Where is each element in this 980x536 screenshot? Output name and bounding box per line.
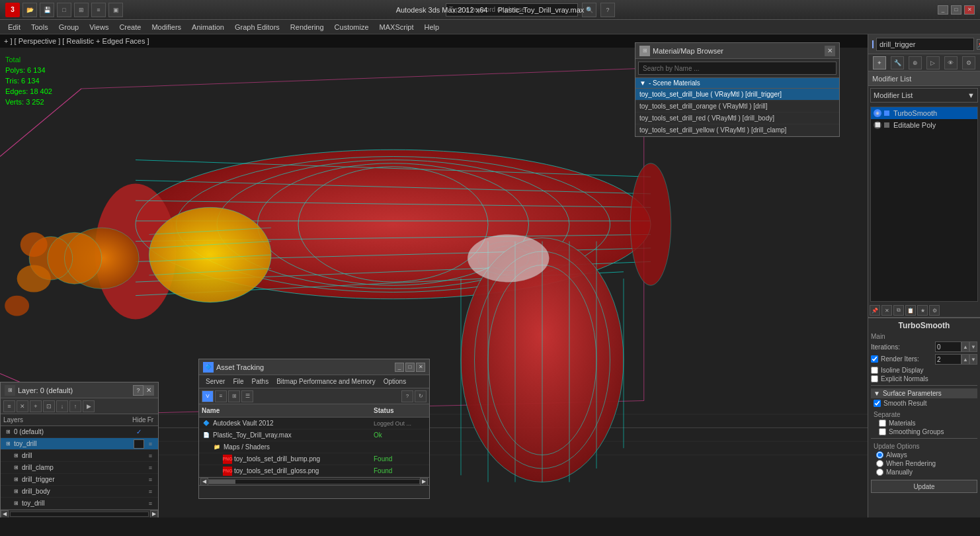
at-menu-server[interactable]: Server	[202, 377, 229, 386]
modifier-item-editablepoly[interactable]: ⬜ Editable Poly	[871, 119, 977, 131]
ts-surface-section[interactable]: ▼ Surface Parameters	[871, 388, 977, 398]
lp-tb-up[interactable]: ↑	[69, 400, 81, 412]
viewport[interactable]: + ] [ Perspective ] [ Realistic + Edged …	[0, 34, 868, 517]
lp-row-0[interactable]: ⊞ 0 (default) ✓	[1, 426, 158, 438]
material-search-input[interactable]	[638, 62, 837, 75]
mod-paste-btn[interactable]: 📋	[905, 305, 916, 316]
menu-graph-editors[interactable]: Graph Editors	[229, 20, 285, 34]
at-row-4[interactable]: PNG toy_tools_set_drill_gloss.png Found	[199, 465, 429, 477]
at-menu-bitmap[interactable]: Bitmap Performance and Memory	[272, 377, 380, 386]
ts-materials-check[interactable]	[879, 420, 886, 427]
rp-motion-btn[interactable]: ▷	[926, 56, 940, 69]
menu-edit[interactable]: Edit	[3, 20, 26, 34]
modifier-list-dropdown[interactable]: Modifier List ▼	[870, 88, 978, 103]
mod-make-unique-btn[interactable]: ★	[917, 305, 928, 316]
at-scroll-track[interactable]	[208, 479, 420, 484]
lp-scroll-right[interactable]: ▶	[150, 510, 158, 518]
rp-utilities-btn[interactable]: ⚙	[962, 56, 975, 69]
tb-btn-3[interactable]: ≡	[91, 3, 106, 17]
at-scroll-right[interactable]: ▶	[420, 478, 428, 486]
tb-btn-4[interactable]: ▣	[108, 3, 123, 17]
save-btn[interactable]: 💾	[40, 3, 54, 17]
mod-configure-btn[interactable]: ⚙	[929, 305, 940, 316]
at-header[interactable]: 🔷 Asset Tracking _ □ ✕	[199, 359, 429, 375]
ts-always-radio[interactable]	[876, 451, 883, 459]
lp-tb-move[interactable]: ↓	[56, 400, 68, 412]
lp-scroll-left[interactable]: ◀	[1, 510, 9, 518]
lp-tb-layers[interactable]: ≡	[3, 400, 15, 412]
ts-iterations-down[interactable]: ▼	[969, 341, 977, 352]
menu-tools[interactable]: Tools	[26, 20, 54, 34]
menu-views[interactable]: Views	[84, 20, 114, 34]
mat-item-3[interactable]: toy_tools_set_drill_yellow ( VRayMtl ) […	[635, 124, 839, 136]
object-pin-btn[interactable]: 📌	[977, 39, 980, 50]
lp-tb-expand[interactable]: ▶	[83, 400, 95, 412]
ts-explicit-check[interactable]	[871, 375, 878, 382]
at-close[interactable]: ✕	[416, 363, 425, 372]
lp-row-2[interactable]: ⊞ drill ≡	[1, 450, 158, 462]
at-scrollbar[interactable]: ◀ ▶	[199, 477, 429, 485]
ts-update-btn[interactable]: Update	[871, 480, 977, 493]
ts-renderiters-up[interactable]: ▲	[961, 354, 969, 365]
menu-group[interactable]: Group	[54, 20, 85, 34]
ts-smooth-result-check[interactable]	[874, 400, 881, 407]
ts-smoothgroups-check[interactable]	[879, 428, 886, 435]
lp-row-1[interactable]: ⊞ toy_drill ≡	[1, 438, 158, 450]
close-btn[interactable]: ✕	[964, 5, 975, 15]
ts-renderiters-check[interactable]	[871, 355, 878, 363]
open-file-btn[interactable]: 📂	[22, 3, 37, 17]
menu-maxscript[interactable]: MAXScript	[374, 20, 419, 34]
minimize-btn[interactable]: _	[938, 5, 948, 15]
lp-row-3[interactable]: ⊞ drill_clamp ≡	[1, 462, 158, 474]
object-name-field[interactable]	[876, 38, 974, 51]
ts-iterations-value[interactable]: 0	[935, 341, 961, 352]
rp-hierarchy-btn[interactable]: ⊕	[909, 56, 922, 69]
material-browser-close[interactable]: ✕	[825, 46, 835, 56]
lp-help-btn[interactable]: ?	[133, 385, 143, 396]
at-tb-detail[interactable]: ☰	[241, 390, 253, 402]
menu-modifiers[interactable]: Modifiers	[146, 20, 186, 34]
tb-btn-2[interactable]: ⊞	[74, 3, 89, 17]
rp-create-btn[interactable]: ✦	[873, 56, 886, 69]
ts-iterations-up[interactable]: ▲	[961, 341, 969, 352]
at-scroll-thumb[interactable]	[209, 480, 235, 484]
ts-whenrendering-radio[interactable]	[876, 460, 883, 467]
at-tb-grid[interactable]: ⊞	[228, 390, 240, 402]
ts-renderiters-down[interactable]: ▼	[969, 354, 977, 365]
mat-item-1[interactable]: toy_tools_set_drill_orange ( VRayMtl ) […	[635, 101, 839, 112]
mod-delete-btn[interactable]: ✕	[881, 305, 892, 316]
tb-btn-1[interactable]: □	[57, 3, 71, 17]
at-tb-refresh[interactable]: ↻	[415, 390, 427, 402]
lp-row-6[interactable]: ⊞ toy_drill ≡	[1, 498, 158, 510]
lp-row-4[interactable]: ⊞ drill_trigger ≡	[1, 474, 158, 486]
modifier-item-turbosmooth[interactable]: ◉ TurboSmooth	[871, 107, 977, 119]
at-tb-list[interactable]: ≡	[215, 390, 227, 402]
mod-copy-btn[interactable]: ⧉	[893, 305, 904, 316]
at-row-1[interactable]: 📄 Plastic_Toy_Drill_vray.max Ok	[199, 429, 429, 441]
lp-scrollbar[interactable]: ◀ ▶	[1, 510, 158, 517]
menu-help[interactable]: Help	[419, 20, 445, 34]
at-menu-paths[interactable]: Paths	[248, 377, 273, 386]
lp-close-btn[interactable]: ✕	[143, 385, 154, 396]
mod-pin-btn[interactable]: 📌	[870, 305, 880, 316]
rp-modify-btn[interactable]: 🔧	[891, 56, 904, 69]
maximize-btn[interactable]: □	[951, 5, 961, 15]
lp-tb-add[interactable]: +	[30, 400, 42, 412]
mat-item-2[interactable]: toy_tools_set_drill_red ( VRayMtl ) [dri…	[635, 112, 839, 124]
help-btn[interactable]: ?	[600, 3, 615, 17]
at-menu-file[interactable]: File	[229, 377, 247, 386]
lp-tb-delete[interactable]: ✕	[17, 400, 28, 412]
mat-item-0[interactable]: toy_tools_set_drill_blue ( VRayMtl ) [dr…	[635, 89, 839, 101]
at-tb-help[interactable]: ?	[401, 390, 413, 402]
at-row-0[interactable]: 🔷 Autodesk Vault 2012 Logged Out ...	[199, 418, 429, 429]
lp-tb-select[interactable]: ⊡	[43, 400, 55, 412]
menu-create[interactable]: Create	[114, 20, 146, 34]
at-menu-options[interactable]: Options	[380, 377, 410, 386]
at-minimize[interactable]: _	[395, 363, 404, 372]
lp-row-5[interactable]: ⊞ drill_body ≡	[1, 486, 158, 498]
at-row-2[interactable]: 📁 Maps / Shaders	[199, 441, 429, 453]
at-restore[interactable]: □	[405, 363, 415, 372]
ts-renderiters-value[interactable]: 2	[935, 354, 961, 365]
at-tb-vault[interactable]: V	[202, 390, 214, 402]
ts-manually-radio[interactable]	[876, 469, 883, 476]
